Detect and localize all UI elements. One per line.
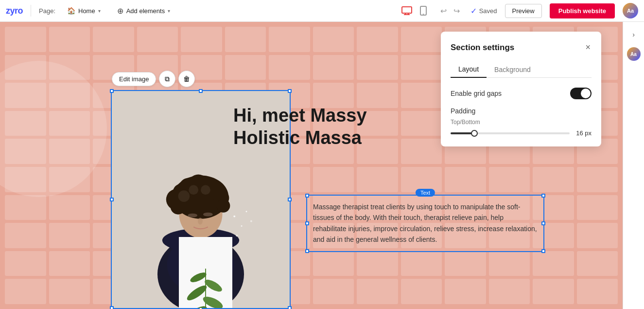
text-resize-handle-bl[interactable] (305, 249, 309, 253)
grid-cell (313, 55, 354, 80)
topbar-divider-1 (31, 5, 31, 17)
resize-handle-tr[interactable] (288, 89, 292, 93)
grid-cell (49, 223, 90, 248)
headline-line1: Hi, meet Massy (233, 105, 367, 127)
grid-cell (225, 55, 266, 80)
preview-button[interactable]: Preview (505, 4, 542, 18)
svg-point-38 (245, 211, 247, 212)
canvas[interactable]: Edit image ⧉ 🗑 (0, 22, 623, 309)
padding-label: Padding (451, 107, 592, 115)
publish-button[interactable]: Publish website (550, 3, 615, 18)
svg-point-31 (201, 185, 210, 195)
grid-cell (5, 27, 46, 52)
home-icon: 🏠 (67, 7, 75, 15)
headline-line2: Holistic Massa (233, 127, 367, 149)
mobile-view-button[interactable] (417, 4, 430, 18)
text-element[interactable]: Text Massage therapist treat clients by … (306, 195, 544, 252)
grid-cell (577, 195, 618, 220)
slider-thumb[interactable] (471, 130, 478, 137)
copy-element-button[interactable]: ⧉ (159, 71, 175, 87)
grid-cell (533, 279, 574, 304)
resize-handle-br[interactable] (288, 306, 292, 309)
add-elements-chevron-icon: ▾ (168, 8, 170, 14)
grid-cell (401, 55, 442, 80)
panel-header: Section settings × (451, 41, 592, 54)
add-elements-label: Add elements (126, 7, 165, 15)
tab-background[interactable]: Background (487, 61, 539, 77)
resize-handle-ml[interactable] (110, 198, 114, 201)
grid-cell (49, 195, 90, 220)
plant-svg (186, 249, 225, 308)
saved-indicator: ✓ Saved (470, 6, 497, 16)
resize-handle-mr[interactable] (288, 198, 292, 201)
enable-grid-gaps-row: Enable grid gaps (451, 88, 592, 99)
grid-cell (357, 167, 398, 192)
text-resize-handle-ml[interactable] (305, 221, 309, 225)
resize-handle-bl[interactable] (110, 306, 114, 309)
chevron-right-icon: › (632, 31, 635, 38)
text-resize-handle-tr[interactable] (541, 194, 545, 198)
svg-point-33 (203, 213, 213, 217)
expand-right-panel-button[interactable]: › (626, 27, 642, 42)
svg-point-39 (250, 220, 252, 222)
add-elements-button[interactable]: ⊕ Add elements ▾ (112, 4, 175, 18)
svg-point-27 (217, 199, 230, 213)
tab-layout[interactable]: Layout (451, 61, 487, 78)
history-controls: ↩ ↪ (437, 4, 463, 18)
grid-cell (401, 83, 442, 108)
text-type-badge: Text (416, 189, 435, 197)
text-resize-handle-br[interactable] (541, 249, 545, 253)
plus-circle-icon: ⊕ (117, 6, 123, 16)
resize-handle-tm[interactable] (199, 89, 203, 93)
delete-element-button[interactable]: 🗑 (178, 71, 195, 87)
grid-cell (489, 279, 530, 304)
grid-cell (401, 139, 442, 164)
svg-point-44 (203, 277, 224, 294)
desktop-view-button[interactable] (399, 4, 415, 17)
svg-point-42 (201, 294, 224, 308)
grid-gaps-toggle[interactable] (570, 88, 592, 99)
resize-handle-tl[interactable] (110, 89, 114, 93)
enable-grid-gaps-label: Enable grid gaps (451, 90, 502, 97)
redo-button[interactable]: ↪ (451, 4, 463, 18)
headline-text[interactable]: Hi, meet Massy Holistic Massa (233, 105, 367, 149)
image-toolbar: Edit image ⧉ 🗑 (112, 71, 195, 87)
svg-point-29 (178, 190, 190, 202)
grid-cell (225, 27, 266, 52)
edit-image-button[interactable]: Edit image (112, 72, 156, 86)
padding-slider-row: 16 px (451, 129, 592, 137)
grid-cell (5, 223, 46, 248)
svg-point-37 (236, 235, 238, 236)
grid-cell (181, 27, 222, 52)
svg-point-32 (188, 214, 197, 218)
page-selector[interactable]: 🏠 Home ▾ (63, 5, 104, 17)
typography-button[interactable]: Aa (626, 46, 642, 62)
page-name: Home (78, 7, 95, 15)
grid-cell (401, 111, 442, 136)
grid-cell (577, 279, 618, 304)
avatar[interactable]: Aa (623, 3, 638, 18)
section-settings-panel: Section settings × Layout Background Ena… (441, 32, 601, 146)
grid-cell (445, 251, 486, 276)
grid-cell (5, 195, 46, 220)
grid-cell (137, 27, 178, 52)
saved-check-icon: ✓ (470, 6, 477, 16)
grid-cell (269, 27, 310, 52)
panel-title: Section settings (451, 43, 514, 53)
grid-cell (445, 279, 486, 304)
grid-cell (357, 251, 398, 276)
grid-cell (533, 167, 574, 192)
grid-cell (269, 55, 310, 80)
grid-cell (313, 27, 354, 52)
undo-button[interactable]: ↩ (437, 4, 450, 18)
padding-slider[interactable] (451, 132, 570, 134)
grid-cell (401, 27, 442, 52)
grid-cell (357, 55, 398, 80)
text-resize-handle-mr[interactable] (541, 221, 545, 225)
text-resize-handle-tl[interactable] (305, 194, 309, 198)
main-area: Edit image ⧉ 🗑 (0, 22, 644, 309)
grid-cell (49, 251, 90, 276)
panel-close-button[interactable]: × (584, 41, 592, 54)
grid-cell (313, 279, 354, 304)
grid-cell (357, 27, 398, 52)
